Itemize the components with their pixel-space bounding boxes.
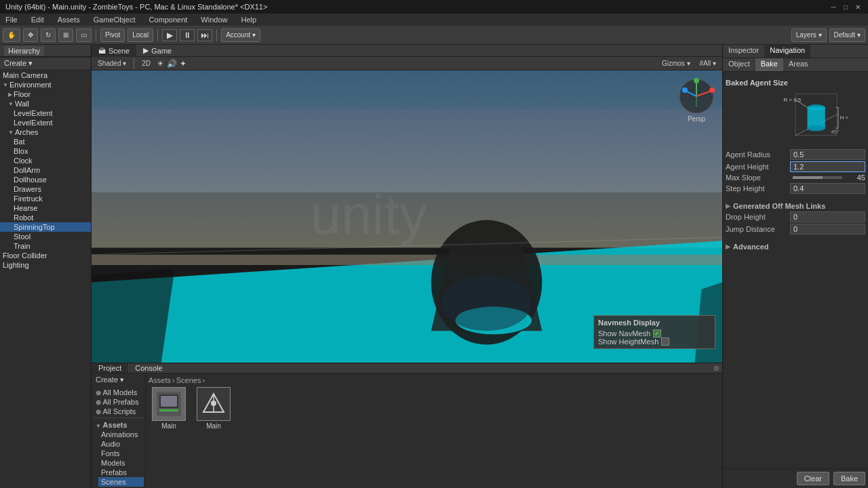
project-tab[interactable]: Project — [92, 363, 128, 373]
audio-folder[interactable]: Audio — [98, 439, 144, 449]
hierarchy-item-levelextent2[interactable]: LevelExtent — [0, 118, 91, 127]
hierarchy-item-stool[interactable]: Stool — [0, 232, 91, 241]
hierarchy-create-btn[interactable]: Create ▾ — [0, 57, 91, 69]
hierarchy-panel: Hierarchy Create ▾ Main Camera ▼Environm… — [0, 45, 92, 488]
navigation-tab[interactable]: Navigation — [764, 45, 810, 58]
svg-point-29 — [211, 401, 216, 406]
show-heightmesh-checkbox[interactable] — [661, 338, 669, 346]
layout-btn[interactable]: Default ▾ — [829, 28, 865, 42]
hierarchy-list: Main Camera ▼Environment ▶Floor ▼Wall Le… — [0, 69, 91, 488]
max-slope-slider[interactable] — [793, 176, 842, 179]
game-tab[interactable]: ▶ Game — [136, 45, 178, 57]
prefabs-folder[interactable]: Prefabs — [98, 468, 144, 477]
navmesh-display-title: Navmesh Display — [598, 319, 711, 327]
hierarchy-item-dollhouse[interactable]: Dollhouse — [0, 175, 91, 184]
shaded-btn[interactable]: Shaded ▾ — [94, 58, 130, 68]
clear-btn[interactable]: Clear — [797, 472, 829, 485]
scenes-crumb[interactable]: Scenes — [176, 376, 201, 384]
menu-help[interactable]: Help — [238, 16, 259, 24]
generated-offmesh-header[interactable]: ▶ Generated Off Mesh Links — [726, 202, 865, 210]
window-controls[interactable]: ─ □ ✕ — [829, 2, 863, 12]
bake-sub-tab[interactable]: Bake — [755, 58, 783, 71]
drop-height-input[interactable] — [790, 211, 865, 222]
areas-sub-tab[interactable]: Areas — [783, 58, 814, 71]
fonts-folder[interactable]: Fonts — [98, 449, 144, 458]
maximize-btn[interactable]: □ — [841, 2, 850, 12]
account-btn[interactable]: Account ▾ — [221, 28, 260, 42]
rotate-tool-btn[interactable]: ↻ — [41, 28, 56, 42]
advanced-header[interactable]: ▶ Advanced — [726, 243, 865, 251]
menu-component[interactable]: Component — [146, 16, 190, 24]
menu-window[interactable]: Window — [198, 16, 230, 24]
scenes-folder[interactable]: Scenes — [98, 477, 144, 487]
agent-radius-input[interactable] — [790, 149, 865, 160]
hierarchy-item-spinningtop[interactable]: SpinningTop — [0, 222, 91, 232]
baked-agent-size-title: Baked Agent Size — [726, 79, 865, 87]
all-filter-btn[interactable]: #All ▾ — [696, 58, 719, 68]
console-tab[interactable]: Console — [128, 363, 169, 373]
breadcrumb-sep-2: › — [202, 376, 205, 384]
all-scripts-item[interactable]: ⊕ All Scripts — [93, 407, 144, 416]
pivot-btn[interactable]: Pivot — [100, 28, 125, 42]
step-btn[interactable]: ⏭ — [197, 29, 212, 41]
bottom-panel-controls[interactable]: ⚙ — [711, 365, 722, 372]
move-tool-btn[interactable]: ✥ — [23, 28, 38, 42]
rect-tool-btn[interactable]: ▭ — [76, 28, 92, 42]
hierarchy-item-floor-collider[interactable]: Floor Collider — [0, 251, 91, 260]
scene-viewport[interactable]: unity — [92, 70, 722, 363]
asset-main-scene[interactable]: Main — [149, 387, 189, 430]
assets-crumb[interactable]: Assets — [149, 376, 171, 384]
jump-distance-input[interactable] — [790, 224, 865, 235]
hierarchy-item-train[interactable]: Train — [0, 241, 91, 251]
svg-text:H = 1.2: H = 1.2 — [840, 115, 850, 121]
layers-btn[interactable]: Layers ▾ — [791, 28, 827, 42]
agent-height-input[interactable] — [790, 161, 865, 172]
inspector-tab[interactable]: Inspector — [723, 45, 764, 58]
play-btn[interactable]: ▶ — [162, 29, 177, 41]
scale-tool-btn[interactable]: ⊞ — [58, 28, 73, 42]
all-prefabs-item[interactable]: ⊕ All Prefabs — [93, 397, 144, 407]
create-btn[interactable]: Create ▾ — [93, 375, 144, 385]
svg-point-10 — [441, 275, 532, 331]
viewport-gizmo[interactable]: Persp — [676, 76, 717, 117]
step-height-input[interactable] — [790, 183, 865, 194]
menu-edit[interactable]: Edit — [28, 16, 47, 24]
hierarchy-item-robot[interactable]: Robot — [0, 213, 91, 222]
hierarchy-item-firetruck[interactable]: Firetruck — [0, 194, 91, 203]
gizmos-btn[interactable]: Gizmos ▾ — [658, 58, 694, 68]
hierarchy-item-dollarm[interactable]: DollArm — [0, 165, 91, 175]
hierarchy-item-levelextent1[interactable]: LevelExtent — [0, 108, 91, 118]
menu-gameobject[interactable]: GameObject — [91, 16, 138, 24]
all-models-item[interactable]: ⊕ All Models — [93, 388, 144, 397]
pause-btn[interactable]: ⏸ — [180, 29, 195, 41]
menu-assets[interactable]: Assets — [55, 16, 83, 24]
bake-btn[interactable]: Bake — [833, 472, 865, 485]
hierarchy-item-wall[interactable]: ▼Wall — [0, 99, 91, 108]
hierarchy-item-arches[interactable]: ▼Arches — [0, 127, 91, 137]
local-btn[interactable]: Local — [127, 28, 153, 42]
hierarchy-tab[interactable]: Hierarchy — [4, 46, 44, 56]
hierarchy-item-blox[interactable]: Blox — [0, 146, 91, 156]
max-slope-row: Max Slope 45 — [726, 174, 865, 182]
hierarchy-item-hearse[interactable]: Hearse — [0, 203, 91, 213]
hierarchy-item-main-camera[interactable]: Main Camera — [0, 70, 91, 80]
animations-folder[interactable]: Animations — [98, 430, 144, 439]
hierarchy-item-drawers[interactable]: Drawers — [0, 184, 91, 194]
models-folder[interactable]: Models — [98, 458, 144, 468]
minimize-btn[interactable]: ─ — [829, 2, 838, 12]
show-navmesh-checkbox[interactable]: ✓ — [653, 329, 661, 338]
project-sidebar: Create ▾ ⊕ All Models ⊕ All Prefabs ⊕ Al… — [92, 373, 146, 488]
hierarchy-item-floor[interactable]: ▶Floor — [0, 89, 91, 99]
close-btn[interactable]: ✕ — [853, 2, 863, 12]
hierarchy-item-lighting[interactable]: Lighting — [0, 260, 91, 270]
hierarchy-item-bat[interactable]: Bat — [0, 137, 91, 146]
menu-file[interactable]: File — [3, 16, 20, 24]
audio-icon: 🔊 — [167, 59, 177, 68]
hierarchy-item-environment[interactable]: ▼Environment — [0, 80, 91, 89]
object-sub-tab[interactable]: Object — [723, 58, 755, 71]
2d-btn[interactable]: 2D — [138, 58, 154, 68]
asset-main-unity[interactable]: Main — [193, 387, 234, 430]
hierarchy-item-clock[interactable]: Clock — [0, 156, 91, 165]
scene-tab[interactable]: 🏔 Scene — [92, 45, 136, 57]
hand-tool-btn[interactable]: ✋ — [3, 28, 20, 42]
